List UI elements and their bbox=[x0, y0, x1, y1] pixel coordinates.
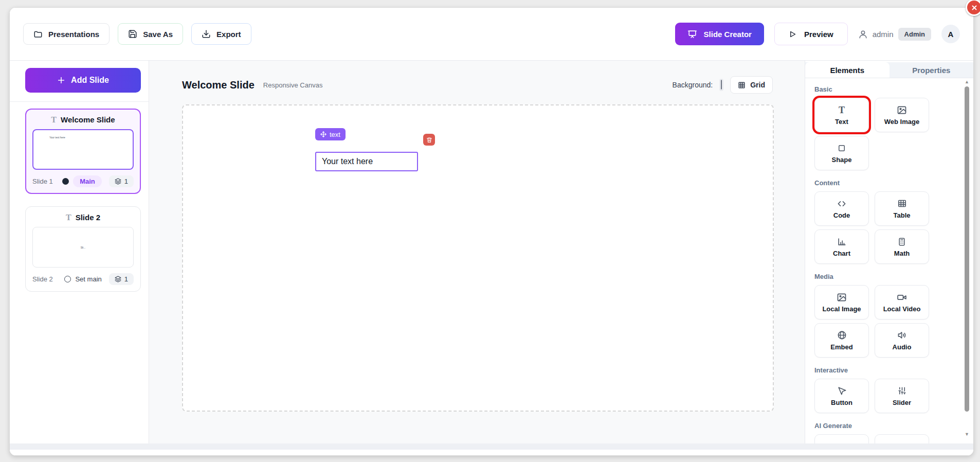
slide-card-footer: Slide 1 Main 1 bbox=[32, 175, 134, 187]
canvas-header: Welcome Slide Responsive Canvas Backgrou… bbox=[182, 76, 773, 94]
thumbnail-text: Your text here bbox=[49, 136, 65, 139]
window-footer bbox=[10, 450, 973, 455]
element-card-label: Chart bbox=[833, 250, 850, 257]
slide-card-2[interactable]: T Slide 2 Sli... Slide 2 Set main bbox=[25, 206, 141, 292]
export-label: Export bbox=[216, 30, 241, 39]
section-label-interactive: Interactive bbox=[814, 366, 973, 374]
table-icon bbox=[897, 199, 907, 209]
sparkles-icon bbox=[897, 443, 907, 443]
layer-count: 1 bbox=[124, 275, 128, 283]
element-card-code[interactable]: Code bbox=[814, 191, 869, 226]
web-image-icon bbox=[897, 105, 907, 115]
section-grid-media: Local Image Local Video Embed bbox=[814, 285, 973, 358]
scrollbar-down-arrow[interactable]: ▼ bbox=[963, 431, 971, 437]
toolbar-left-group: Presentations Save As Export bbox=[23, 23, 251, 45]
bottom-scroll-track bbox=[10, 443, 973, 450]
element-card-ai-generate-1[interactable] bbox=[814, 434, 869, 443]
slide-card-footer: Slide 2 Set main 1 bbox=[32, 273, 134, 285]
presentations-button[interactable]: Presentations bbox=[23, 23, 110, 45]
chart-icon bbox=[837, 237, 847, 247]
layers-icon bbox=[115, 276, 121, 282]
section-grid-ai-generate bbox=[814, 434, 973, 443]
element-card-math[interactable]: Math bbox=[875, 229, 929, 264]
section-label-basic: Basic bbox=[814, 85, 973, 93]
slide-number-label: Slide 1 bbox=[32, 177, 53, 185]
scrollbar-up-arrow[interactable]: ▲ bbox=[963, 79, 971, 85]
section-label-content: Content bbox=[814, 179, 973, 187]
tab-elements[interactable]: Elements bbox=[805, 62, 890, 78]
section-grid-content: Code Table Chart bbox=[814, 191, 973, 264]
element-card-shape[interactable]: Shape bbox=[814, 136, 869, 170]
user-chip: admin Admin bbox=[858, 28, 931, 41]
grid-icon bbox=[738, 81, 746, 89]
background-color-picker[interactable] bbox=[719, 79, 723, 91]
element-card-ai-generate-2[interactable] bbox=[875, 434, 929, 443]
add-slide-label: Add Slide bbox=[71, 76, 109, 85]
math-icon bbox=[897, 237, 906, 247]
scrollbar-thumb[interactable] bbox=[965, 86, 969, 412]
save-as-label: Save As bbox=[143, 30, 173, 39]
main-radio-selected[interactable] bbox=[62, 178, 69, 185]
download-icon bbox=[202, 29, 211, 39]
close-icon bbox=[971, 4, 978, 11]
slide-thumbnail[interactable]: Your text here bbox=[32, 129, 134, 170]
slide-card-header: T Slide 2 bbox=[32, 213, 134, 222]
tab-properties[interactable]: Properties bbox=[890, 62, 974, 78]
element-card-label: Code bbox=[833, 211, 850, 219]
slide-creator-label: Slide Creator bbox=[704, 30, 752, 39]
element-card-text[interactable]: T Text bbox=[814, 98, 869, 132]
element-card-embed[interactable]: Embed bbox=[814, 323, 869, 358]
delete-element-button[interactable] bbox=[423, 134, 435, 146]
person-icon bbox=[858, 29, 868, 39]
layers-icon bbox=[115, 178, 121, 185]
export-button[interactable]: Export bbox=[191, 23, 251, 45]
canvas-mode-label: Responsive Canvas bbox=[263, 81, 323, 89]
element-card-label: Text bbox=[835, 118, 848, 126]
top-toolbar: Presentations Save As Export Slide C bbox=[10, 8, 973, 61]
element-card-slider[interactable]: Slider bbox=[875, 379, 929, 413]
close-button[interactable] bbox=[966, 0, 980, 16]
text-element-drag-handle[interactable]: text bbox=[315, 128, 346, 140]
cursor-icon bbox=[837, 386, 847, 396]
drag-handle-label: text bbox=[330, 131, 340, 138]
add-slide-button[interactable]: Add Slide bbox=[25, 68, 141, 93]
element-card-label: Slider bbox=[893, 399, 911, 406]
element-card-web-image[interactable]: Web Image bbox=[875, 98, 929, 132]
slide-canvas[interactable]: text Your text here bbox=[182, 104, 774, 412]
folder-icon bbox=[33, 29, 43, 39]
main-toggle-group: Main bbox=[62, 175, 102, 187]
element-card-chart[interactable]: Chart bbox=[814, 229, 869, 264]
section-grid-basic: T Text Web Image Shape bbox=[814, 98, 973, 170]
sparkles-icon bbox=[837, 443, 847, 443]
element-card-label: Local Video bbox=[883, 305, 921, 313]
avatar[interactable]: A bbox=[941, 25, 960, 43]
toolbar-right-group: Slide Creator Preview admin Admin A bbox=[675, 23, 960, 45]
element-card-local-video[interactable]: Local Video bbox=[875, 285, 929, 319]
element-card-button[interactable]: Button bbox=[814, 379, 869, 413]
text-element[interactable]: Your text here bbox=[315, 152, 418, 171]
save-as-button[interactable]: Save As bbox=[118, 23, 183, 45]
audio-icon bbox=[897, 330, 907, 341]
element-card-label: Table bbox=[894, 211, 911, 219]
layers-count-badge: 1 bbox=[109, 273, 134, 285]
sliders-icon bbox=[897, 386, 907, 396]
preview-button[interactable]: Preview bbox=[774, 23, 848, 45]
element-card-table[interactable]: Table bbox=[875, 191, 929, 226]
slide-card-header: T Welcome Slide bbox=[32, 115, 134, 124]
slide-thumbnail[interactable]: Sli... bbox=[32, 227, 134, 268]
trash-icon bbox=[426, 137, 432, 143]
main-badge: Main bbox=[73, 175, 102, 187]
text-icon: T bbox=[839, 105, 845, 115]
element-card-local-image[interactable]: Local Image bbox=[814, 285, 869, 319]
slide-card-1[interactable]: T Welcome Slide Your text here Slide 1 M… bbox=[25, 109, 141, 194]
set-main-radio[interactable] bbox=[64, 276, 71, 282]
sidebar-divider bbox=[10, 101, 149, 102]
grid-toggle-button[interactable]: Grid bbox=[730, 76, 773, 94]
plus-icon bbox=[57, 76, 65, 84]
element-card-label: Math bbox=[894, 250, 910, 257]
app-body: Add Slide T Welcome Slide Your text here… bbox=[10, 61, 973, 443]
element-card-audio[interactable]: Audio bbox=[875, 323, 929, 358]
grid-label: Grid bbox=[750, 81, 765, 89]
panel-scrollbar[interactable]: ▲ ▼ bbox=[963, 79, 971, 437]
slide-creator-button[interactable]: Slide Creator bbox=[675, 23, 764, 45]
